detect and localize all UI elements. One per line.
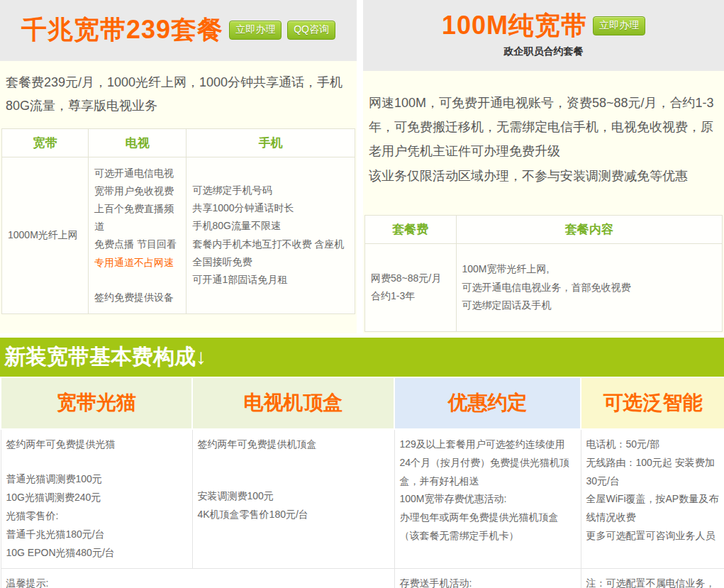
phone-line: 全国接听免费 [192,253,349,271]
col-header-broadband: 宽带 [2,128,89,157]
fees-banner: 新装宽带基本费构成↓ [0,338,724,377]
col-header-content: 套餐内容 [456,215,722,243]
phone-lines: 可选绑定手机号码共享1000分钟通话时长手机80G流量不限速套餐内手机本地互打不… [192,182,349,289]
col-header-settopbox: 电视机顶盒 [192,378,394,429]
tv-line: 宽带用户免收视费 [94,182,180,200]
phone-line: 套餐内手机本地互打不收费 含座机 [192,235,349,253]
col-header-smart: 可选泛智能 [581,378,724,429]
fees-content-row: 签约两年可免费提供光猫普通光猫调测费100元10G光猫调测费240元光猫零售价:… [1,429,724,569]
deal-lines: 129及以上套餐用户可选签约连续使用24个月（按月付费）免费提供光猫机顶盒，并有… [400,436,576,545]
phone-line: 手机80G流量不限速 [192,217,349,235]
cell-warm-tip: 温馨提示: 电信光猫和机顶盒属于电信定制产品，每一台设备都需绑定串码使用，未正常… [1,568,394,588]
content-line: 可选绑定固话及手机 [462,296,716,314]
cell-settopbox-fees: 签约两年可免费提供机顶盒安装调测费100元4K机顶盒零售价180元/台 [192,429,394,569]
smart-note: 注：可选配置不属电信业务，用户自行选是否需要，产品均由供应方提供安装维护。 [586,575,720,588]
phone-line: 共享1000分钟通话时长 [192,199,349,217]
col-header-fee: 套餐费 [365,215,457,243]
content-lines: 100M宽带光纤上网,可选开通电信电视业务，首部免收视费可选绑定固话及手机 [462,260,716,314]
smart-lines: 电话机：50元/部无线路由：100元起 安装费加30元/台全屋WiFi覆盖，按A… [586,436,720,545]
smart-line: 全屋WiFi覆盖，按AP数量及布线情况收费 [586,490,720,527]
settopbox-line: 4K机顶盒零售价180元/台 [198,506,389,524]
content-line: 100M宽带光纤上网, [462,260,716,278]
100m-table-header-row: 套餐费 套餐内容 [365,215,723,243]
settopbox-lines: 签约两年可免费提供机顶盒安装调测费100元4K机顶盒零售价180元/台 [198,436,389,524]
smart-line: 更多可选配置可咨询业务人员 [586,527,720,545]
100m-apply-button[interactable]: 立即办理 [593,16,645,35]
settopbox-line [198,470,389,487]
gigabit-plan-table: 宽带 电视 手机 1000M光纤上网 可选开通电信电视宽带用户免收视费上百个免费… [1,128,355,314]
smart-line: 电话机：50元/部 [586,436,720,454]
settopbox-line: 安装调测费100元 [198,487,389,506]
install-fees-section: 新装宽带基本费构成↓ 宽带光猫 电视机顶盒 优惠约定 可选泛智能 签约两年可免费… [0,338,724,588]
cell-deals: 129及以上套餐用户可选签约连续使用24个月（按月付费）免费提供光猫机顶盒，并有… [394,429,581,569]
gigabit-description: 套餐费239元/月，1000光纤上网，1000分钟共享通话，手机80G流量，尊享… [1,64,355,127]
cell-fee: 网费58~88元/月合约1-3年 [365,243,457,331]
cell-phone-promo: 存费送手机活动: >>查看新款热门机型 （由于机型及价格更新较快，此活动详情请咨… [394,568,581,588]
col-header-modem: 宽带光猫 [1,378,192,429]
100m-description: 网速100M，可免费开通电视账号，资费58~88元/月，合约1-3年，可免费搬迁… [364,74,723,196]
fee-line: 网费58~88元/月 [371,270,450,287]
cell-tv: 可选开通电信电视宽带用户免收视费上百个免费直播频道免费点播 节目回看 专用通道不… [89,157,186,314]
deal-line: 100M宽带存费优惠活动: [400,490,576,509]
panel-100m: 100M纯宽带 立即办理 政企职员合约套餐 网速100M，可免费开通电视账号，资… [363,0,724,333]
fee-line: 合约1-3年 [371,287,450,305]
phone-line: 可选绑定手机号码 [192,182,349,199]
modem-line: 光猫零售价: [6,507,187,526]
col-header-phone: 手机 [186,128,355,157]
phone-line: 可开通1部固话免月租 [192,271,349,289]
tv-line: 免费点播 节目回看 [94,235,180,253]
fees-header-row: 宽带光猫 电视机顶盒 优惠约定 可选泛智能 [1,378,724,429]
panel-gigabit-239: 千兆宽带239套餐 立即办理 QQ咨询 套餐费239元/月，1000光纤上网，1… [0,0,357,333]
100m-table-row: 网费58~88元/月合约1-3年 100M宽带光纤上网,可选开通电信电视业务，首… [365,243,723,331]
gigabit-header: 千兆宽带239套餐 立即办理 QQ咨询 [0,0,357,61]
deal-line: 129及以上套餐用户可选签约连续使用24个月（按月付费）免费提供光猫机顶盒，并有… [400,436,576,491]
cell-content: 100M宽带光纤上网,可选开通电信电视业务，首部免收视费可选绑定固话及手机 [456,243,722,331]
gigabit-title-line: 千兆宽带239套餐 立即办理 QQ咨询 [21,16,335,44]
modem-lines: 签约两年可免费提供光猫普通光猫调测费100元10G光猫调测费240元光猫零售价:… [6,436,187,562]
settopbox-line [198,454,389,471]
smart-line: 无线路由：100元起 安装费加30元/台 [586,454,720,491]
100m-header: 100M纯宽带 立即办理 政企职员合约套餐 [363,0,724,71]
gigabit-table-row: 1000M光纤上网 可选开通电信电视宽带用户免收视费上百个免费直播频道免费点播 … [2,157,355,314]
100m-description-line: 该业务仅限活动区域办理，不参与安装调测费减免等优惠 [369,164,718,188]
deal-line: 办理包年或两年免费提供光猫机顶盒 [400,509,576,527]
100m-body: 网速100M，可免费开通电视账号，资费58~88元/月，合约1-3年，可免费搬迁… [363,71,724,333]
tv-line: 可选开通电信电视 [94,165,180,182]
col-header-tv: 电视 [89,128,186,157]
100m-title-line: 100M纯宽带 立即办理 [442,11,645,40]
col-header-deals: 优惠约定 [394,378,581,429]
cell-broadband: 1000M光纤上网 [2,157,89,314]
gigabit-body: 套餐费239元/月，1000光纤上网，1000分钟共享通话，手机80G流量，尊享… [0,61,357,333]
cell-smart-note: 注：可选配置不属电信业务，用户自行选是否需要，产品均由供应方提供安装维护。 [581,568,724,588]
settopbox-line: 签约两年可免费提供机顶盒 [198,436,389,454]
content-line: 可选开通电信电视业务，首部免收视费 [462,279,716,296]
100m-subtitle: 政企职员合约套餐 [504,45,584,58]
tv-lines: 可选开通电信电视宽带用户免收视费上百个免费直播频道免费点播 节目回看 [94,165,180,254]
tv-line: 上百个免费直播频道 [94,200,180,235]
broadband-value: 1000M光纤上网 [8,226,82,244]
modem-line: 10G EPON光猫480元/台 [6,544,187,562]
tv-highlight: 专用通道不占网速 [94,254,180,272]
gigabit-title: 千兆宽带239套餐 [21,16,223,44]
modem-line: 普通千兆光猫180元/台 [6,526,187,544]
modem-line [6,454,187,471]
cell-phone: 可选绑定手机号码共享1000分钟通话时长手机80G流量不限速套餐内手机本地互打不… [186,157,355,314]
packages-row: 千兆宽带239套餐 立即办理 QQ咨询 套餐费239元/月，1000光纤上网，1… [0,0,724,333]
gigabit-apply-button[interactable]: 立即办理 [229,21,282,40]
modem-line: 签约两年可免费提供光猫 [6,436,187,454]
tv-footer: 签约免费提供设备 [94,289,180,306]
page: 千兆宽带239套餐 立即办理 QQ咨询 套餐费239元/月，1000光纤上网，1… [0,0,724,588]
modem-line: 10G光猫调测费240元 [6,489,187,507]
gigabit-qq-button[interactable]: QQ咨询 [287,21,335,40]
deal-line: （该套餐无需绑定手机卡） [400,527,576,545]
fees-footer-row: 温馨提示: 电信光猫和机顶盒属于电信定制产品，每一台设备都需绑定串码使用，未正常… [1,568,724,588]
gigabit-table-header-row: 宽带 电视 手机 [2,128,355,157]
fees-table: 宽带光猫 电视机顶盒 优惠约定 可选泛智能 签约两年可免费提供光猫普通光猫调测费… [0,378,724,588]
warm-tip-title: 温馨提示: [6,575,389,588]
cell-modem-fees: 签约两年可免费提供光猫普通光猫调测费100元10G光猫调测费240元光猫零售价:… [1,429,192,569]
cell-smart-options: 电话机：50元/部无线路由：100元起 安装费加30元/台全屋WiFi覆盖，按A… [581,429,724,569]
modem-line: 普通光猫调测费100元 [6,470,187,489]
promo-title: 存费送手机活动: [400,575,576,588]
100m-description-line: 网速100M，可免费开通电视账号，资费58~88元/月，合约1-3年，可免费搬迁… [369,91,718,164]
fee-lines: 网费58~88元/月合约1-3年 [371,270,450,305]
